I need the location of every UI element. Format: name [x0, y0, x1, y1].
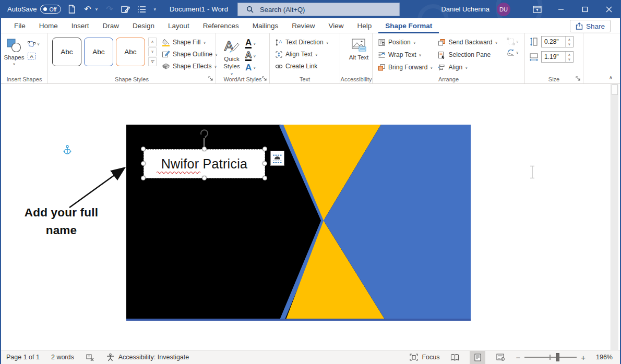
text-effects-button[interactable]: A ∨ [245, 63, 256, 72]
spinner-up-icon[interactable]: ∧ [568, 37, 571, 42]
spinner-up-icon[interactable]: ∧ [568, 52, 571, 57]
name-text[interactable]: Nwifor Patricia [161, 156, 248, 172]
close-button[interactable] [597, 0, 621, 18]
shape-width-input[interactable]: 1.19" ∧ ∨ [541, 51, 574, 63]
ribbon-display-options-button[interactable] [525, 0, 549, 18]
wrap-text-icon [378, 51, 386, 59]
resize-handle-bottom-middle[interactable] [202, 176, 207, 180]
proofing-errors-button[interactable] [86, 354, 94, 361]
shape-fill-button[interactable]: Shape Fill ∨ [162, 38, 218, 47]
save-icon[interactable] [67, 5, 76, 14]
undo-button[interactable]: ↶ [83, 5, 92, 14]
focus-mode-button[interactable]: Focus [410, 354, 439, 361]
word-count[interactable]: 2 words [51, 354, 74, 361]
shape-outline-button[interactable]: Shape Outline ∨ [162, 50, 218, 59]
gallery-scroll-up-button[interactable]: ∧ [148, 38, 157, 46]
resize-handle-top-right[interactable] [262, 147, 267, 151]
name-text-box[interactable]: Nwifor Patricia [144, 149, 265, 178]
resize-handle-middle-left[interactable] [141, 161, 146, 166]
shape-effects-label: Shape Effects [173, 63, 212, 70]
tab-mailings[interactable]: Mailings [246, 18, 285, 33]
draw-text-box-button[interactable]: A [27, 52, 40, 60]
tab-layout[interactable]: Layout [161, 18, 196, 33]
wrap-text-button[interactable]: Wrap Text ∨ [378, 50, 433, 59]
autosave-control[interactable]: AutoSave Off [7, 0, 61, 18]
web-layout-button[interactable] [493, 351, 508, 364]
text-outline-button[interactable]: A ∨ [245, 51, 256, 61]
print-layout-button[interactable] [470, 351, 485, 364]
align-text-button[interactable]: Align Text ∨ [275, 50, 340, 59]
rotate-handle[interactable] [198, 128, 210, 139]
text-outline-icon: A [245, 51, 252, 61]
width-spinner[interactable]: ∧ ∨ [565, 52, 573, 62]
vertical-scrollbar[interactable] [611, 84, 618, 350]
tab-view[interactable]: View [321, 18, 350, 33]
tab-design[interactable]: Design [126, 18, 161, 33]
bring-forward-button[interactable]: Bring Forward ∨ [378, 63, 433, 72]
resize-handle-top-left[interactable] [141, 147, 146, 151]
customize-qat-chevron-icon[interactable]: ∨ [153, 7, 157, 11]
text-fill-icon: A [245, 38, 252, 48]
tab-help[interactable]: Help [351, 18, 379, 33]
height-spinner[interactable]: ∧ ∨ [565, 37, 573, 47]
align-button[interactable]: Align ∨ [438, 63, 501, 72]
document-canvas[interactable]: Add your full name Nwifor P [1, 84, 620, 350]
resize-handle-top-middle[interactable] [202, 147, 207, 151]
shape-style-preset-2[interactable]: Abc [84, 38, 113, 66]
send-backward-button[interactable]: Send Backward ∨ [438, 38, 501, 47]
create-link-button[interactable]: Create Link [275, 62, 340, 71]
collapse-ribbon-button[interactable]: ∧ [609, 75, 613, 80]
zoom-level[interactable]: 196% [593, 354, 613, 361]
shape-height-input[interactable]: 0.28" ∧ ∨ [541, 36, 574, 47]
tab-shape-format[interactable]: Shape Format [378, 18, 439, 33]
edit-shape-button[interactable]: ∨ [27, 40, 40, 48]
tab-review[interactable]: Review [285, 18, 321, 33]
title-bar: AutoSave Off ↶ ∨ ↷ ∨ Do [0, 0, 621, 18]
scrollbar-thumb[interactable] [612, 84, 618, 95]
shape-effects-button[interactable]: Shape Effects ∨ [162, 62, 218, 71]
autosave-toggle[interactable]: Off [40, 5, 61, 14]
shape-style-preset-1[interactable]: Abc [52, 38, 81, 66]
zoom-out-button[interactable]: − [516, 353, 520, 362]
user-avatar[interactable]: DU [497, 3, 510, 16]
gallery-more-button[interactable]: ∨ [148, 57, 157, 66]
wrap-text-label: Wrap Text [388, 51, 416, 58]
zoom-track[interactable] [524, 357, 577, 358]
svg-text:A: A [224, 38, 234, 54]
annotation-arrow[interactable] [65, 162, 133, 212]
bullet-list-icon[interactable] [137, 5, 147, 14]
tab-home[interactable]: Home [32, 18, 65, 33]
wordart-quick-styles-icon: A [223, 38, 241, 54]
editor-icon[interactable] [121, 5, 130, 14]
layout-options-button[interactable] [270, 151, 284, 166]
tab-references[interactable]: References [196, 18, 246, 33]
text-direction-button[interactable]: A Text Direction ∨ [275, 38, 340, 47]
user-name[interactable]: Daniel Uchenna [441, 5, 489, 13]
search-bar[interactable]: Search (Alt+Q) [237, 3, 400, 16]
spinner-down-icon[interactable]: ∨ [568, 42, 571, 46]
rotate-objects-button[interactable]: ∨ [507, 48, 524, 56]
gallery-scroll-down-button[interactable]: ∨ [148, 47, 157, 56]
position-button[interactable]: Position ∨ [378, 38, 433, 47]
tab-file[interactable]: File [7, 18, 32, 33]
zoom-thumb[interactable] [556, 353, 559, 361]
shape-style-preset-3[interactable]: Abc [116, 38, 145, 66]
maximize-button[interactable] [573, 0, 597, 18]
minimize-button[interactable] [549, 0, 573, 18]
zoom-slider[interactable]: − + [516, 353, 586, 362]
page-indicator[interactable]: Page 1 of 1 [6, 354, 40, 361]
shape-outline-icon [162, 50, 170, 58]
spinner-down-icon[interactable]: ∨ [568, 57, 571, 62]
resize-handle-middle-right[interactable] [262, 161, 267, 166]
resize-handle-bottom-left[interactable] [141, 176, 146, 180]
read-mode-button[interactable] [447, 351, 462, 364]
tab-draw[interactable]: Draw [96, 18, 126, 33]
selection-pane-button[interactable]: Selection Pane [438, 50, 501, 59]
text-fill-button[interactable]: A ∨ [245, 38, 256, 48]
share-button[interactable]: Share [570, 20, 611, 32]
resize-handle-bottom-right[interactable] [262, 176, 267, 180]
tab-insert[interactable]: Insert [65, 18, 96, 33]
undo-chevron-icon[interactable]: ∨ [95, 7, 98, 11]
accessibility-status-button[interactable]: Accessibility: Investigate [106, 353, 189, 361]
zoom-in-button[interactable]: + [581, 353, 586, 362]
